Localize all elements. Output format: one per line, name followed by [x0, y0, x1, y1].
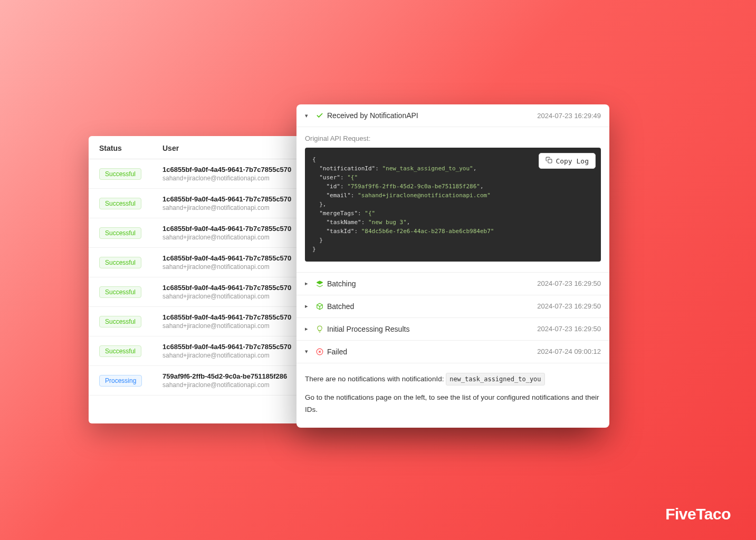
detail-panel: ▾ Received by NotificationAPI 2024-07-23…: [296, 104, 609, 428]
col-header-status: Status: [99, 144, 162, 152]
status-badge: Successful: [99, 168, 141, 180]
cube-icon: [315, 303, 324, 310]
error-line2: Go to the notifications page on the left…: [305, 392, 601, 416]
chevron-right-icon: ▸: [305, 325, 312, 332]
status-badge: Successful: [99, 286, 141, 298]
chevron-down-icon: ▾: [305, 112, 312, 119]
step-title: Failed: [327, 348, 347, 356]
step-timestamp: 2024-07-23 16:29:50: [537, 325, 601, 333]
bulb-icon: [315, 325, 324, 333]
detail-body: Original API Request: Copy Log{ "notific…: [296, 127, 609, 273]
step-timestamp: 2024-07-23 16:29:50: [537, 279, 601, 287]
code-block: Copy Log{ "notificationId": "new_task_as…: [305, 148, 601, 262]
step-title: Batching: [327, 279, 356, 288]
detail-timestamp: 2024-07-23 16:29:49: [537, 112, 601, 120]
step-timestamp: 2024-07-24 09:00:12: [537, 348, 601, 355]
error-notification-id: new_task_assigned_to_you: [446, 373, 544, 385]
svg-rect-0: [548, 159, 552, 163]
step-timestamp: 2024-07-23 16:29:50: [537, 302, 601, 310]
error-line1-text: There are no notifications with notifica…: [305, 375, 444, 383]
fail-icon: [315, 348, 324, 355]
batch-icon: [315, 280, 324, 287]
detail-step-row[interactable]: ▸Batched2024-07-23 16:29:50: [296, 295, 609, 318]
original-request-label: Original API Request:: [305, 134, 601, 142]
step-title: Batched: [327, 302, 354, 311]
detail-step-row[interactable]: ▾Failed2024-07-24 09:00:12: [296, 341, 609, 363]
status-badge: Successful: [99, 198, 141, 209]
copy-icon: [546, 157, 552, 165]
detail-header[interactable]: ▾ Received by NotificationAPI 2024-07-23…: [296, 104, 609, 127]
copy-log-button[interactable]: Copy Log: [539, 153, 596, 169]
chevron-right-icon: ▸: [305, 303, 312, 310]
brand-logo: FiveTaco: [665, 505, 731, 523]
status-badge: Successful: [99, 257, 141, 268]
status-badge: Successful: [99, 227, 141, 239]
check-icon: [315, 112, 324, 119]
error-message: There are no notifications with notifica…: [296, 363, 609, 428]
chevron-right-icon: ▸: [305, 280, 312, 287]
status-badge: Processing: [99, 375, 142, 387]
status-badge: Successful: [99, 345, 141, 357]
detail-step-row[interactable]: ▸Initial Processing Results2024-07-23 16…: [296, 318, 609, 341]
status-badge: Successful: [99, 316, 141, 327]
chevron-down-icon: ▾: [305, 348, 312, 355]
step-title: Initial Processing Results: [327, 325, 409, 333]
detail-step-row[interactable]: ▸Batching2024-07-23 16:29:50: [296, 273, 609, 295]
copy-log-label: Copy Log: [556, 157, 589, 165]
detail-title: Received by NotificationAPI: [327, 111, 418, 120]
